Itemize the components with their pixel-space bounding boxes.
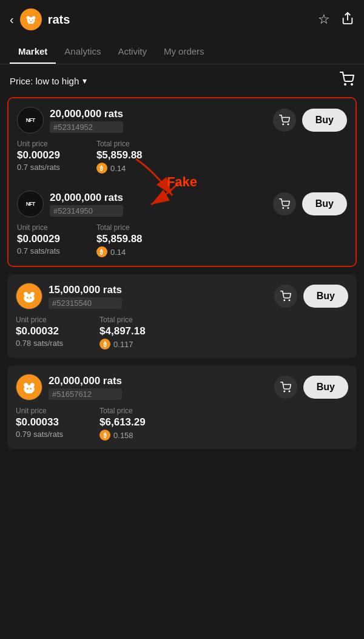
item-actions: Buy [274,285,348,308]
header: ‹ rats ☆ [0,0,364,39]
svg-point-24 [284,300,285,301]
total-price-group: Total price $6,613.29 ₿ 0.158 [99,407,146,441]
add-to-cart-button[interactable] [274,285,297,308]
star-icon[interactable]: ☆ [318,12,330,27]
unit-price-group: Unit price $0.00029 0.7 sats/rats [17,140,60,174]
unit-price-value: $0.00029 [17,149,60,161]
unit-price-label: Unit price [16,316,63,324]
item-list: Fake NFT 20,000,000 rats #52314952 [0,97,364,449]
svg-point-33 [284,391,285,392]
svg-point-13 [283,124,284,125]
buy-button[interactable]: Buy [302,192,347,215]
item-name: 20,000,000 rats [50,108,123,120]
add-to-cart-button[interactable] [273,192,296,215]
buy-button[interactable]: Buy [303,376,348,399]
header-right: ☆ [318,12,354,28]
add-to-cart-button[interactable] [273,109,296,132]
total-price-label: Total price [96,223,143,232]
svg-point-16 [288,208,289,209]
item-name-group: 15,000,000 rats #52315540 [49,284,122,309]
item-prices: Unit price $0.00029 0.7 sats/rats Total … [17,140,347,174]
btc-amount: 0.158 [113,431,133,440]
unit-price-label: Unit price [16,407,63,415]
item-name-group: 20,000,000 rats #51657612 [49,375,122,400]
btc-price: ₿ 0.14 [96,246,143,257]
unit-price-sub: 0.7 sats/rats [17,163,60,172]
item-left: 20,000,000 rats #51657612 [16,374,122,401]
unit-price-group: Unit price $0.00029 0.7 sats/rats [17,223,60,257]
tab-analytics[interactable]: Analytics [56,39,109,64]
share-icon[interactable] [341,12,354,28]
btc-icon: ₿ [96,246,107,257]
back-button[interactable]: ‹ [10,13,14,27]
item-name: 20,000,000 rats [49,375,122,387]
item-prices: Unit price $0.00032 0.78 sats/rats Total… [16,316,348,350]
btc-amount: 0.14 [110,248,126,257]
item-name: 20,000,000 rats [50,192,123,204]
svg-point-25 [289,300,290,301]
unit-price-sub: 0.78 sats/rats [16,339,63,348]
svg-point-5 [30,21,32,22]
svg-point-28 [30,383,35,387]
item-prices: Unit price $0.00029 0.7 sats/rats Total … [17,223,347,257]
item-id: #51657612 [49,388,122,400]
btc-price: ₿ 0.14 [96,163,143,174]
tab-market[interactable]: Market [10,39,56,64]
sort-dropdown[interactable]: Price: low to high ▾ [10,76,87,86]
item-name-group: 20,000,000 rats #52314952 [50,108,123,133]
sort-label-text: Price: low to high [10,76,79,86]
total-price-group: Total price $4,897.18 ₿ 0.117 [99,316,146,350]
svg-point-3 [29,19,30,21]
item-prices: Unit price $0.00033 0.79 sats/rats Total… [16,407,348,441]
unit-price-group: Unit price $0.00032 0.78 sats/rats [16,316,63,350]
total-price-label: Total price [99,316,146,324]
item-top: NFT 20,000,000 rats #52314950 Buy [17,191,347,217]
tab-activity[interactable]: Activity [109,39,155,64]
cart-icon-header[interactable] [340,72,354,90]
app-title: rats [48,13,70,27]
add-to-cart-button[interactable] [274,376,297,399]
item-top: 20,000,000 rats #51657612 Buy [16,374,348,401]
sort-dropdown-icon: ▾ [83,76,87,86]
btc-amount: 0.117 [113,340,133,349]
svg-point-10 [351,84,352,85]
item-id: #52315540 [49,297,122,309]
svg-point-30 [30,388,32,390]
tab-my-orders[interactable]: My orders [155,39,213,64]
unit-price-value: $0.00032 [16,325,63,337]
svg-point-18 [24,292,28,296]
item-actions: Buy [274,376,348,399]
svg-point-9 [345,84,346,85]
avatar: NFT [17,107,44,134]
btc-price: ₿ 0.158 [99,430,146,441]
btc-amount: 0.14 [110,164,126,173]
total-price-value: $5,859.88 [96,149,143,161]
unit-price-sub: 0.79 sats/rats [16,430,63,439]
buy-button[interactable]: Buy [302,109,347,132]
unit-price-label: Unit price [17,223,60,232]
item-left: NFT 20,000,000 rats #52314952 [17,107,123,134]
unit-price-group: Unit price $0.00033 0.79 sats/rats [16,407,63,441]
unit-price-label: Unit price [17,140,60,148]
svg-point-4 [32,19,33,21]
svg-point-15 [283,208,284,209]
market-item: 15,000,000 rats #52315540 Buy Unit price… [7,274,357,358]
svg-point-1 [26,16,30,20]
tab-bar: Market Analytics Activity My orders [0,39,364,64]
total-price-group: Total price $5,859.88 ₿ 0.14 [96,223,143,257]
sort-bar: Price: low to high ▾ [0,64,364,97]
total-price-value: $5,859.88 [96,233,143,245]
market-item: 20,000,000 rats #51657612 Buy Unit price… [7,365,357,449]
btc-icon: ₿ [96,163,107,174]
item-left: 15,000,000 rats #52315540 [16,283,122,309]
avatar [16,374,42,401]
item-top: NFT 20,000,000 rats #52314952 Buy [17,107,347,134]
highlighted-group: Fake NFT 20,000,000 rats #52314952 [7,97,357,267]
avatar [16,283,42,309]
svg-point-19 [30,292,35,296]
buy-button[interactable]: Buy [303,285,348,308]
header-left: ‹ rats [10,8,70,30]
svg-point-29 [27,388,29,390]
market-item: NFT 20,000,000 rats #52314950 Buy [8,182,356,266]
total-price-value: $6,613.29 [99,416,146,428]
